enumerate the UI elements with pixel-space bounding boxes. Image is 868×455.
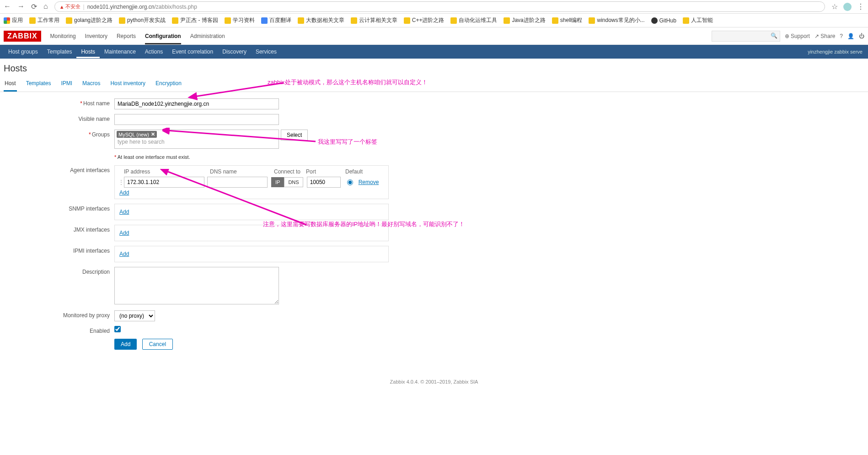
bookmark-item[interactable]: GitHub — [651, 17, 676, 24]
bookmark-label: C++进阶之路 — [412, 16, 445, 24]
bookmark-item[interactable]: 尹正杰 - 博客园 — [172, 16, 218, 24]
menu-configuration[interactable]: Configuration — [145, 28, 181, 44]
tab-encryption[interactable]: Encryption — [155, 76, 182, 92]
share-link[interactable]: ↗ Share — [814, 33, 835, 39]
jmx-add-link[interactable]: Add — [118, 228, 130, 238]
groups-multiselect[interactable]: MySQL (new) ✕ type here to search — [114, 130, 279, 149]
bookmark-item[interactable]: windows常见的小... — [589, 16, 644, 24]
bookmark-item[interactable]: 工作常用 — [29, 16, 59, 24]
search-input[interactable] — [712, 31, 780, 42]
support-link[interactable]: ⊕ Support — [785, 33, 810, 39]
description-textarea[interactable] — [114, 267, 279, 304]
bookmark-item[interactable]: golang进阶之路 — [66, 16, 113, 24]
bookmark-label: golang进阶之路 — [74, 16, 113, 24]
agent-port-input[interactable] — [307, 177, 341, 188]
agent-add-link[interactable]: Add — [118, 188, 130, 198]
bookmark-label: 尹正杰 - 博客园 — [180, 16, 218, 24]
interface-required-note: At least one interface must exist. — [118, 154, 190, 160]
bookmark-item[interactable]: python开发实战 — [119, 16, 166, 24]
bookmark-item[interactable]: 自动化运维工具 — [450, 16, 497, 24]
user-icon[interactable]: 👤 — [847, 33, 854, 39]
search-wrap: 🔍 — [712, 31, 780, 42]
cancel-button[interactable]: Cancel — [142, 339, 173, 350]
enabled-label: Enabled — [5, 326, 114, 334]
bookmark-item[interactable]: Java进阶之路 — [504, 16, 545, 24]
tab-macros[interactable]: Macros — [81, 76, 101, 92]
select-groups-button[interactable]: Select — [281, 130, 308, 141]
groups-label: *Groups — [5, 130, 114, 138]
subnav-maintenance[interactable]: Maintenance — [100, 45, 140, 58]
star-icon[interactable]: ☆ — [831, 2, 838, 11]
help-icon[interactable]: ? — [840, 33, 843, 39]
bookmark-item[interactable]: C++进阶之路 — [404, 16, 445, 24]
bookmark-item[interactable]: 学习资料 — [225, 16, 255, 24]
bookmark-item[interactable]: shell编程 — [552, 16, 583, 24]
subnav-event-correlation[interactable]: Event correlation — [167, 45, 218, 58]
bookmark-label: 自动化运维工具 — [459, 16, 497, 24]
subnav-host-groups[interactable]: Host groups — [4, 45, 43, 58]
host-name-input[interactable] — [114, 98, 279, 109]
remove-tag-icon[interactable]: ✕ — [151, 131, 155, 137]
profile-avatar[interactable] — [843, 3, 852, 11]
bookmark-icon — [351, 17, 357, 24]
snmp-interfaces-label: SNMP interfaces — [5, 204, 114, 212]
menu-reports[interactable]: Reports — [117, 28, 136, 44]
bookmark-icon — [298, 17, 304, 24]
tab-templates[interactable]: Templates — [25, 76, 52, 92]
forward-icon[interactable]: → — [17, 2, 25, 11]
menu-administration[interactable]: Administration — [190, 28, 225, 44]
home-icon[interactable]: ⌂ — [43, 2, 48, 11]
subnav-templates[interactable]: Templates — [43, 45, 77, 58]
search-icon[interactable]: 🔍 — [771, 32, 777, 39]
url-bar[interactable]: ▲ 不安全 | node101.yinzhengjie.org.cn/zabbi… — [54, 1, 825, 12]
apps-button[interactable]: 应用 — [4, 16, 23, 24]
reload-icon[interactable]: ⟳ — [31, 2, 37, 11]
bookmark-icon — [651, 17, 658, 24]
url-host: node101.yinzhengjie.org.cn/zabbix/hosts.… — [87, 4, 197, 10]
back-icon[interactable]: ← — [4, 2, 11, 11]
bookmark-item[interactable]: 大数据相关文章 — [298, 16, 344, 24]
connect-dns-button[interactable]: DNS — [284, 177, 303, 187]
agent-interfaces-table: IP address DNS name Connect to Port Defa… — [114, 165, 389, 199]
menu-icon[interactable]: ⋮ — [857, 2, 864, 11]
agent-remove-link[interactable]: Remove — [359, 179, 379, 185]
bookmark-label: 工作常用 — [38, 16, 59, 24]
snmp-add-link[interactable]: Add — [118, 207, 130, 217]
bookmark-item[interactable]: 人工智能 — [683, 16, 713, 24]
connect-ip-button[interactable]: IP — [271, 177, 284, 187]
zabbix-header: ZABBIX MonitoringInventoryReportsConfigu… — [0, 27, 868, 45]
tab-ipmi[interactable]: IPMI — [60, 76, 73, 92]
visible-name-input[interactable] — [114, 114, 279, 125]
col-dns: DNS name — [210, 168, 274, 175]
zabbix-logo[interactable]: ZABBIX — [4, 31, 41, 42]
menu-inventory[interactable]: Inventory — [85, 28, 107, 44]
bookmark-label: 大数据相关文章 — [306, 16, 344, 24]
logout-icon[interactable]: ⏻ — [859, 33, 864, 39]
footer: Zabbix 4.0.4. © 2001–2019, Zabbix SIA — [0, 361, 868, 389]
subnav-services[interactable]: Services — [251, 45, 281, 58]
tab-host[interactable]: Host — [4, 76, 17, 92]
bookmark-icon — [552, 17, 558, 24]
menu-monitoring[interactable]: Monitoring — [50, 28, 76, 44]
subnav-discovery[interactable]: Discovery — [218, 45, 251, 58]
bookmark-icon — [66, 17, 72, 24]
bookmark-icon — [504, 17, 510, 24]
ipmi-add-link[interactable]: Add — [118, 249, 130, 259]
agent-ip-input[interactable] — [124, 177, 204, 188]
bookmark-item[interactable]: 云计算相关文章 — [351, 16, 397, 24]
groups-placeholder: type here to search — [117, 138, 277, 146]
group-tag[interactable]: MySQL (new) ✕ — [117, 131, 157, 138]
tab-host-inventory[interactable]: Host inventory — [109, 76, 146, 92]
enabled-checkbox[interactable] — [114, 326, 121, 332]
agent-dns-input[interactable] — [207, 177, 268, 188]
subnav-hosts[interactable]: Hosts — [76, 45, 100, 58]
bookmark-icon — [29, 17, 36, 24]
bookmark-item[interactable]: 百度翻译 — [261, 16, 291, 24]
agent-interfaces-label: Agent interfaces — [5, 165, 114, 173]
proxy-select[interactable]: (no proxy) — [114, 310, 155, 321]
agent-default-radio[interactable] — [347, 179, 353, 185]
subnav-actions[interactable]: Actions — [140, 45, 167, 58]
add-button[interactable]: Add — [114, 339, 137, 350]
agent-interface-row: ⋮⋮ IP DNS Remove — [118, 177, 385, 188]
drag-handle-icon[interactable]: ⋮⋮ — [118, 179, 124, 185]
